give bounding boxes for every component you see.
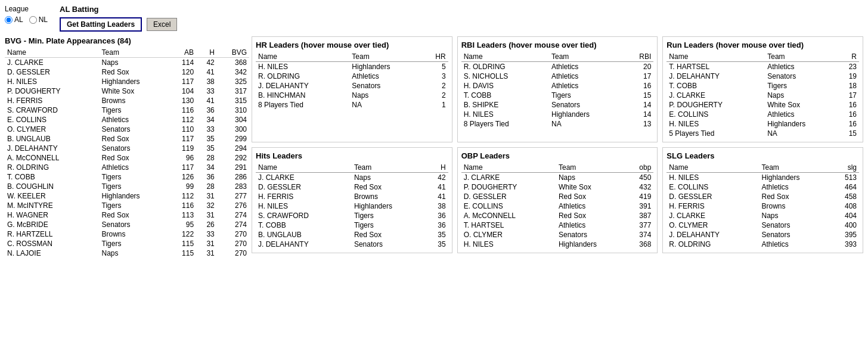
excel-button[interactable]: Excel xyxy=(147,18,177,31)
rbi-leaders-table: NameTeamRBI R. OLDRINGAthletics20S. NICH… xyxy=(461,52,654,129)
table-row: T. HARTSELAthletics377 xyxy=(461,220,654,230)
table-cell: 115 xyxy=(169,239,197,248)
radio-al[interactable]: AL xyxy=(5,15,23,24)
hr-leaders-panel: HR Leaders (hover mouse over tied) NameT… xyxy=(252,36,452,142)
table-row: J. DELAHANTYSenators2 xyxy=(256,81,448,91)
table-cell: 120 xyxy=(169,67,197,77)
table-cell: Highlanders xyxy=(100,191,169,201)
table-row: J. CLARKENaps42 xyxy=(256,173,448,183)
table-cell: C. ROSSMAN xyxy=(5,239,100,248)
table-cell: 5 xyxy=(423,62,448,72)
get-batting-leaders-button[interactable]: Get Batting Leaders xyxy=(60,17,142,32)
table-cell: 292 xyxy=(217,153,249,163)
col-header: Name xyxy=(666,52,765,62)
table-cell: 458 xyxy=(831,192,859,201)
table-cell: Tigers xyxy=(100,105,169,115)
table-cell: E. COLLINS xyxy=(5,115,100,125)
table-cell: E. COLLINS xyxy=(461,201,556,211)
table-cell: 114 xyxy=(169,58,197,68)
table-cell: Naps xyxy=(100,248,169,258)
table-cell: Athletics xyxy=(765,62,838,72)
table-cell: 42 xyxy=(196,58,217,68)
table-cell: 393 xyxy=(831,240,859,249)
table-row: M. McINTYRETigers11632276 xyxy=(5,201,249,210)
table-row: T. COBBTigers18 xyxy=(666,81,859,91)
table-cell: 41 xyxy=(196,96,217,105)
table-cell: J. CLARKE xyxy=(666,211,759,220)
col-header: HR xyxy=(423,52,448,62)
table-row: C. ROSSMANTigers11531270 xyxy=(5,239,249,248)
table-cell: 3 xyxy=(423,72,448,81)
table-cell: 23 xyxy=(838,62,859,72)
table-cell: 377 xyxy=(627,220,654,230)
obp-leaders-table: NameTeamobp J. CLARKENaps450P. DOUGHERTY… xyxy=(461,163,654,249)
table-cell: 117 xyxy=(169,163,197,172)
table-cell: Highlanders xyxy=(352,201,426,211)
rbi-leaders-title: RBI Leaders (hover mouse over tied) xyxy=(461,41,654,49)
table-cell: 325 xyxy=(217,77,249,86)
table-cell: 36 xyxy=(426,220,448,230)
table-row: R. OLDRINGAthletics393 xyxy=(666,240,859,249)
table-row: R. HARTZELLBrowns12233270 xyxy=(5,229,249,239)
table-cell: 270 xyxy=(217,248,249,258)
table-row: 5 Players TiedNA15 xyxy=(666,129,859,138)
table-cell: 13 xyxy=(624,119,653,129)
hr-leaders-table: NameTeamHR H. NILESHighlanders5R. OLDRIN… xyxy=(256,52,448,110)
table-cell: Browns xyxy=(352,192,426,201)
table-row: T. COBBTigers12636286 xyxy=(5,172,249,182)
table-cell: Naps xyxy=(765,91,838,100)
radio-nl[interactable]: NL xyxy=(29,15,48,24)
table-cell: S. CRAWFORD xyxy=(5,105,100,115)
radio-al-label: AL xyxy=(14,15,23,24)
table-cell: 274 xyxy=(217,210,249,220)
table-row: O. CLYMERSenators11033300 xyxy=(5,125,249,134)
table-row: O. CLYMERSenators374 xyxy=(461,230,654,240)
table-cell: Athletics xyxy=(556,220,627,230)
table-cell: S. CRAWFORD xyxy=(256,211,352,220)
table-cell: 116 xyxy=(169,201,197,210)
radio-nl-input[interactable] xyxy=(29,16,37,24)
table-cell: M. McINTYRE xyxy=(5,201,100,210)
table-cell: 1 xyxy=(423,100,448,110)
table-cell: 18 xyxy=(838,81,859,91)
table-cell: T. COBB xyxy=(461,91,549,100)
table-cell: Highlanders xyxy=(765,119,838,129)
table-row: E. COLLINSAthletics464 xyxy=(666,182,859,192)
radio-al-input[interactable] xyxy=(5,16,13,24)
table-cell: 36 xyxy=(196,105,217,115)
table-cell: R. OLDRING xyxy=(666,240,759,249)
table-row: H. NILESHighlanders16 xyxy=(666,119,859,129)
table-cell: H. NILES xyxy=(256,201,352,211)
table-cell: P. DOUGHERTY xyxy=(5,86,100,96)
table-cell: 26 xyxy=(196,220,217,229)
col-header: Team xyxy=(765,52,838,62)
table-cell: Browns xyxy=(100,229,169,239)
table-cell: 16 xyxy=(838,110,859,119)
table-cell: 276 xyxy=(217,201,249,210)
table-cell: Senators xyxy=(765,72,838,81)
table-row: B. COUGHLINTigers9928283 xyxy=(5,182,249,191)
table-cell: W. KEELER xyxy=(5,191,100,201)
table-cell: 8 Players Tied xyxy=(256,100,349,110)
table-cell: Senators xyxy=(556,230,627,240)
table-cell: Athletics xyxy=(100,115,169,125)
table-cell: 42 xyxy=(426,173,448,183)
table-row: D. GESSLERRed Sox41 xyxy=(256,182,448,192)
col-header: Name xyxy=(461,163,556,173)
bvg-title: BVG - Min. Plate Appearances (84) xyxy=(5,36,249,45)
table-cell: 117 xyxy=(169,134,197,144)
table-cell: Tigers xyxy=(765,81,838,91)
hr-leaders-title: HR Leaders (hover mouse over tied) xyxy=(256,41,448,49)
table-cell: 35 xyxy=(196,134,217,144)
table-cell: 35 xyxy=(426,230,448,240)
table-cell: 34 xyxy=(196,115,217,125)
table-cell: 16 xyxy=(838,119,859,129)
table-cell: Athletics xyxy=(100,163,169,172)
slg-leaders-table: NameTeamslg H. NILESHighlanders513E. COL… xyxy=(666,163,859,249)
table-cell: 15 xyxy=(838,129,859,138)
radio-nl-label: NL xyxy=(39,15,48,24)
table-cell: 117 xyxy=(169,77,197,86)
col-header: RBI xyxy=(624,52,653,62)
table-cell: P. DOUGHERTY xyxy=(666,100,765,110)
table-cell: B. COUGHLIN xyxy=(5,182,100,191)
